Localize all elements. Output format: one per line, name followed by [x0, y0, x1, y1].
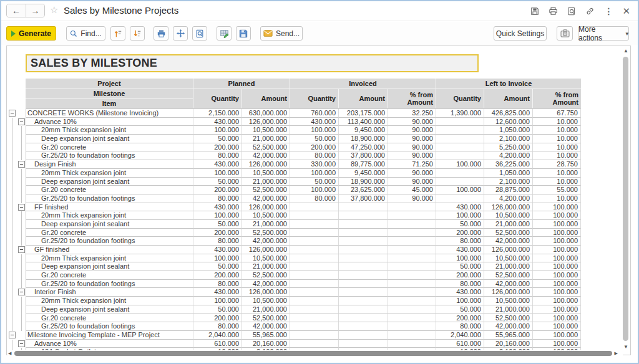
scroll-up-arrow-icon[interactable]: ▲ [623, 48, 628, 54]
save-icon[interactable] [530, 7, 539, 16]
print-button[interactable] [154, 26, 168, 41]
table-row[interactable]: Deep expansion joint sealant50.00021,000… [7, 220, 581, 229]
sort-ascending-button[interactable] [110, 26, 125, 41]
table-row[interactable]: Deep expansion joint sealant50.00021,000… [7, 178, 581, 186]
save-export-button[interactable] [236, 26, 251, 41]
collapse-minus-icon[interactable] [18, 246, 25, 253]
table-row[interactable]: 20mm Thick expansion joint100.00010,500.… [7, 126, 581, 135]
forward-button[interactable]: → [26, 4, 44, 17]
cell-value: 80.000 [193, 280, 242, 289]
table-row[interactable]: Gr.20 concrete200.00052,500.000200.00052… [7, 271, 581, 280]
kebab-menu-icon[interactable]: ⋮ [604, 6, 613, 16]
column-group-planned[interactable]: Planned [193, 79, 290, 89]
table-row[interactable]: Gr.25/20 to foundation footings80.00042,… [7, 322, 581, 331]
table-row[interactable]: Gr.25/20 to foundation footings80.00042,… [7, 237, 581, 246]
link-icon[interactable] [585, 7, 595, 16]
table-row[interactable]: Gr.20 concrete200.00052,500.000100.00023… [7, 186, 581, 194]
cell-value: 126,000.000 [242, 246, 290, 254]
table-row[interactable]: 20mm Thick expansion joint100.00010,500.… [7, 254, 581, 263]
send-button[interactable]: Send... [260, 26, 303, 41]
cell-value: 90.000 [388, 169, 436, 178]
column-group-invoiced[interactable]: Invoiced [290, 79, 436, 89]
find-button[interactable]: Find... [66, 26, 105, 41]
table-row[interactable]: Gr.20 concrete200.00052,500.000200.00052… [7, 229, 581, 237]
column-header-invoiced-quantity[interactable]: Quantity [290, 89, 339, 108]
cell-value: 330.000 [290, 160, 339, 169]
column-header-left-quantity[interactable]: Quantity [436, 89, 484, 108]
table-row[interactable]: Gr.25/20 to foundation footings80.00042,… [7, 280, 581, 289]
cell-value: 90.000 [388, 126, 436, 135]
scroll-right-arrow-icon[interactable]: ▶ [615, 351, 618, 356]
close-icon[interactable]: ✕ [622, 6, 630, 17]
sort-descending-button[interactable] [130, 26, 145, 41]
column-header-planned-amount[interactable]: Amount [242, 89, 290, 108]
table-row[interactable]: Deep expansion joint sealant50.00021,000… [7, 305, 581, 314]
collapse-minus-icon[interactable] [18, 340, 25, 347]
column-header-milestone-item[interactable]: Milestone Item [26, 89, 193, 108]
scroll-left-arrow-icon[interactable]: ◀ [8, 351, 11, 356]
table-row[interactable]: 20mm Thick expansion joint100.00010,500.… [7, 211, 581, 220]
report-title-box[interactable]: SALES BY MILESTONE [26, 54, 479, 72]
cell-value: 42,000.000 [484, 280, 533, 289]
collapse-minus-icon[interactable] [9, 332, 16, 338]
table-row[interactable]: CONCRETE WORKS (Milestone Invoicing)2,15… [7, 109, 581, 118]
column-header-left-amount[interactable]: Amount [484, 89, 533, 108]
cell-value: 760.000 [290, 109, 339, 118]
generate-button[interactable]: Generate [6, 26, 56, 41]
cell-value: 2,040.000 [193, 331, 242, 340]
table-row[interactable]: Advance 10%610.00020,160.000610.00020,16… [7, 340, 581, 348]
column-header-left-pct[interactable]: % from Amount [533, 89, 581, 108]
collapse-minus-icon[interactable] [18, 161, 25, 168]
column-header-invoiced-amount[interactable]: Amount [339, 89, 388, 108]
collapse-minus-icon[interactable] [18, 118, 25, 125]
table-row[interactable]: Gr.20 concrete200.00052,500.000200.00052… [7, 314, 581, 323]
table-row[interactable]: 20mm Thick expansion joint100.00010,500.… [7, 169, 581, 178]
cell-value: 18,900.000 [339, 135, 388, 143]
pan-button[interactable] [173, 26, 188, 41]
cell-item-name: Interior Finish [26, 288, 193, 297]
cell-value [339, 340, 388, 348]
table-row[interactable]: GF finished430.000126,000.000430.000126,… [7, 246, 581, 254]
print-preview-button[interactable] [192, 26, 207, 41]
column-header-planned-quantity[interactable]: Quantity [193, 89, 242, 108]
collapse-minus-icon[interactable] [18, 289, 25, 295]
tree-gutter [7, 194, 26, 203]
table-row[interactable]: Gr.20 concrete200.00052,500.000200.00047… [7, 143, 581, 152]
horizontal-scrollbar-thumb[interactable] [14, 351, 612, 356]
vertical-scrollbar-thumb[interactable] [623, 57, 628, 341]
cell-item-name: Gr.20 concrete [26, 271, 193, 280]
back-button[interactable]: ← [7, 4, 26, 17]
column-group-project[interactable]: Project [26, 79, 193, 89]
table-row[interactable]: Deep expansion joint sealant50.00021,000… [7, 135, 581, 143]
collapse-minus-icon[interactable] [18, 204, 25, 211]
export-spreadsheet-icon [220, 29, 229, 38]
cell-value [388, 229, 436, 237]
cell-value [388, 203, 436, 212]
favorite-star-icon[interactable]: ☆ [50, 4, 58, 16]
preview-icon[interactable] [567, 7, 576, 16]
quick-settings-button[interactable]: Quick Settings [494, 26, 547, 41]
cell-value: 10,500.000 [242, 169, 290, 178]
save-icon [239, 29, 248, 38]
table-row[interactable]: Design Finish430.000126,000.000330.00089… [7, 160, 581, 169]
table-row[interactable]: Gr.25/20 to foundation footings80.00042,… [7, 194, 581, 203]
more-actions-button[interactable]: More actions ▾ [578, 26, 629, 41]
column-header-invoiced-pct[interactable]: % from Amount [388, 89, 436, 108]
table-row[interactable]: FF finished430.000126,000.000430.000126,… [7, 203, 581, 212]
tree-gutter [7, 178, 26, 186]
cell-item-name: 20mm Thick expansion joint [26, 297, 193, 305]
print-icon[interactable] [549, 7, 558, 16]
table-row[interactable]: Gr.25/20 to foundation footings80.00042,… [7, 151, 581, 160]
camera-settings-button[interactable] [557, 26, 573, 41]
table-row[interactable]: Milestone Invoicing Template - MEP Proje… [7, 331, 581, 340]
export-spreadsheet-button[interactable] [217, 26, 232, 41]
column-group-left-to-invoice[interactable]: Left to Invoice [436, 79, 581, 89]
collapse-minus-icon[interactable] [9, 110, 16, 117]
table-row[interactable]: 20mm Thick expansion joint100.00010,500.… [7, 297, 581, 305]
table-row[interactable]: Advance 10%430.000126,000.000430.000113,… [7, 118, 581, 127]
scroll-down-arrow-icon[interactable]: ▼ [623, 344, 628, 350]
table-row[interactable]: Interior Finish430.000126,000.000430.000… [7, 288, 581, 297]
cell-value: 9,450.000 [339, 126, 388, 135]
forward-arrow-icon: → [31, 6, 40, 16]
table-row[interactable]: Deep expansion joint sealant50.00021,000… [7, 262, 581, 271]
